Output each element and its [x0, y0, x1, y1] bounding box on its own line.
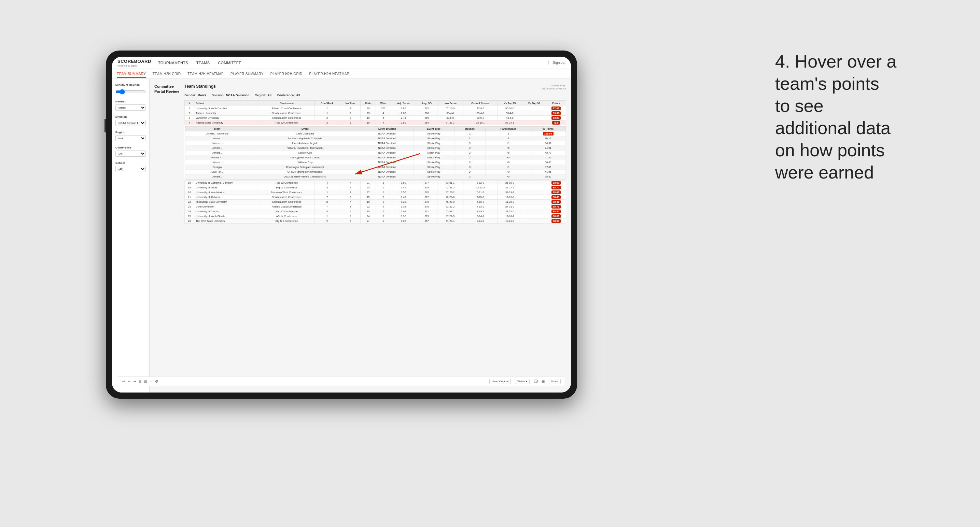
- bottom-toolbar: ↩ ↪ ⇥ ⊞ ⊟ ··· ⏱ View: Original Watch ▾ 💬…: [118, 376, 565, 386]
- cell-vs50: [522, 121, 546, 125]
- cell-conference: Southeastern Conference: [259, 111, 315, 116]
- school-select[interactable]: (All): [115, 166, 146, 172]
- tab-player-summary[interactable]: PLAYER SUMMARY: [231, 71, 264, 77]
- table-row[interactable]: 20University of New MexicoMountain West …: [185, 190, 566, 195]
- grid-icon[interactable]: ⊞: [542, 379, 545, 383]
- exp-row: Univers...National Invitational Tourname…: [185, 146, 565, 151]
- cell-overall: 33-9-0: [463, 106, 498, 111]
- cell-points[interactable]: 97.02: [546, 106, 566, 111]
- filters-row: Gender: Men's Division: NCAA Division I …: [185, 94, 566, 97]
- region-select[interactable]: N/A: [115, 135, 146, 141]
- exp-row: Univers...Southern Highlands CollegiateN…: [185, 136, 565, 141]
- col-school: School: [194, 101, 259, 106]
- portal-title: Committee Portal Review: [154, 84, 179, 95]
- sign-out-button[interactable]: Sign out: [548, 61, 565, 65]
- clock-icon[interactable]: ⏱: [155, 379, 158, 383]
- cell-overall: 33-19-1: [463, 121, 498, 125]
- table-row[interactable]: 3 Vanderbilt University Southeastern Con…: [185, 116, 566, 121]
- cell-rank: 3: [185, 116, 194, 121]
- table-row[interactable]: 2 Auburn University Southeastern Confere…: [185, 111, 566, 116]
- cell-low-score: 67-10-0: [437, 106, 463, 111]
- table-row[interactable]: 21University of AlabamaSoutheastern Conf…: [185, 195, 566, 200]
- exp-col-rounds: Rounds: [454, 127, 485, 132]
- cell-vs25: 50-10-0: [498, 106, 522, 111]
- table-row[interactable]: 23Duke UniversityAtlantic Coast Conferen…: [185, 205, 566, 209]
- table-row[interactable]: 19University of TexasBig 12 Conference37…: [185, 185, 566, 190]
- cell-points[interactable]: 90.20: [546, 116, 566, 121]
- exp-col-event: Event: [249, 127, 361, 132]
- toolbar-right: View: Original Watch ▾ 💬 ⊞ Share: [489, 379, 561, 384]
- col-overall: Overall Record: [463, 101, 498, 106]
- watch-button[interactable]: Watch ▾: [515, 379, 530, 384]
- tab-player-h2h-grid[interactable]: PLAYER H2H GRID: [270, 71, 302, 77]
- tab-team-summary[interactable]: TEAM SUMMARY: [117, 71, 146, 78]
- cell-vs50: [522, 106, 546, 111]
- gender-section: Gender Men's: [115, 100, 146, 111]
- cell-vs25: 46-5-0: [498, 116, 522, 121]
- cell-wins: 4: [376, 121, 391, 125]
- nav-teams[interactable]: TEAMS: [196, 59, 210, 66]
- cell-rank: 1: [185, 106, 194, 111]
- cell-adj-score: 2.82: [391, 111, 416, 116]
- min-rounds-label: Minimum Rounds: [115, 83, 146, 86]
- cell-avg-sg: 260: [416, 111, 437, 116]
- cell-conf-rank: 2: [314, 121, 340, 125]
- col-no-tour: No Tour: [340, 101, 361, 106]
- tab-team-h2h-heatmap[interactable]: TEAM H2H HEATMAP: [188, 71, 224, 77]
- conference-section: Conference (All): [115, 146, 146, 157]
- conference-label: Conference: [115, 146, 146, 149]
- ellipsis-icon[interactable]: ···: [150, 379, 152, 383]
- table-row[interactable]: 22Mississippi State UniversitySoutheaste…: [185, 200, 566, 205]
- min-rounds-slider[interactable]: [115, 89, 146, 95]
- table-row[interactable]: 26The Ohio State UniversityBig Ten Confe…: [185, 219, 566, 224]
- cell-avg-sg: 262: [416, 106, 437, 111]
- cell-points[interactable]: 93.31: [546, 111, 566, 116]
- tab-team-h2h-grid[interactable]: TEAM H2H GRID: [153, 71, 181, 77]
- cell-conference: Southeastern Conference: [259, 116, 315, 121]
- table-row[interactable]: 24University of OregonPac-12 Conference5…: [185, 209, 566, 214]
- cell-vs50: [522, 111, 546, 116]
- table-row[interactable]: 1 University of North Carolina Atlantic …: [185, 106, 566, 111]
- nav-committee[interactable]: COMMITTEE: [218, 59, 242, 66]
- col-wins: Wins: [376, 101, 391, 106]
- cell-conf-rank: 2: [314, 116, 340, 121]
- exp-col-type: Event Type: [413, 127, 454, 132]
- cell-conference: Atlantic Coast Conference: [259, 106, 315, 111]
- conference-select[interactable]: (All): [115, 151, 146, 157]
- cell-school: Arizona State University: [194, 121, 259, 125]
- school-label: School: [115, 162, 146, 165]
- cell-overall: 29-5-0: [463, 116, 498, 121]
- tablet-button[interactable]: [105, 119, 106, 132]
- comment-icon[interactable]: 💬: [534, 379, 538, 383]
- cell-vs25: 58-24-1: [498, 121, 522, 125]
- cell-school: Auburn University: [194, 111, 259, 116]
- division-select[interactable]: NCAA Division I: [115, 120, 146, 126]
- paste-icon[interactable]: ⊟: [144, 379, 147, 383]
- view-button[interactable]: View: Original: [489, 379, 511, 384]
- skip-icon[interactable]: ⇥: [133, 379, 136, 383]
- undo-icon[interactable]: ↩: [122, 379, 125, 383]
- annotation-text: 4. Hover over a team's points to see add…: [775, 51, 973, 184]
- cell-overall: 29-4-0: [463, 111, 498, 116]
- share-button[interactable]: Share: [549, 379, 561, 384]
- gender-select[interactable]: Men's: [115, 105, 146, 111]
- cell-points[interactable]: 79.5: [546, 121, 566, 125]
- logo-sub: Powered by clippd: [118, 65, 151, 67]
- table-row-highlighted[interactable]: 4 Arizona State University Pac-12 Confer…: [185, 121, 566, 125]
- cell-rnds: 23: [361, 111, 376, 116]
- cell-low-score: 87-25-1: [437, 121, 463, 125]
- tablet-device: SCOREBOARD Powered by clippd TOURNAMENTS…: [106, 51, 577, 398]
- cell-no-tour: 9: [340, 111, 361, 116]
- copy-icon[interactable]: ⊞: [138, 379, 142, 383]
- table-row[interactable]: 25University of North FloridaASUN Confer…: [185, 214, 566, 219]
- col-avg-sg: Avg. SG: [416, 101, 437, 106]
- cell-wins: 4: [376, 116, 391, 121]
- cell-school: University of North Carolina: [194, 106, 259, 111]
- sub-nav: TEAM SUMMARY TEAM H2H GRID TEAM H2H HEAT…: [112, 69, 571, 79]
- toolbar-left: ↩ ↪ ⇥ ⊞ ⊟ ··· ⏱: [122, 379, 158, 383]
- tab-player-h2h-heatmap[interactable]: PLAYER H2H HEATMAP: [309, 71, 349, 77]
- nav-tournaments[interactable]: TOURNAMENTS: [158, 59, 188, 66]
- redo-icon[interactable]: ↪: [128, 379, 130, 383]
- table-row[interactable]: 18University of California, BerkeleyPac-…: [185, 181, 566, 185]
- portal-title-text: Committee Portal Review: [154, 84, 179, 95]
